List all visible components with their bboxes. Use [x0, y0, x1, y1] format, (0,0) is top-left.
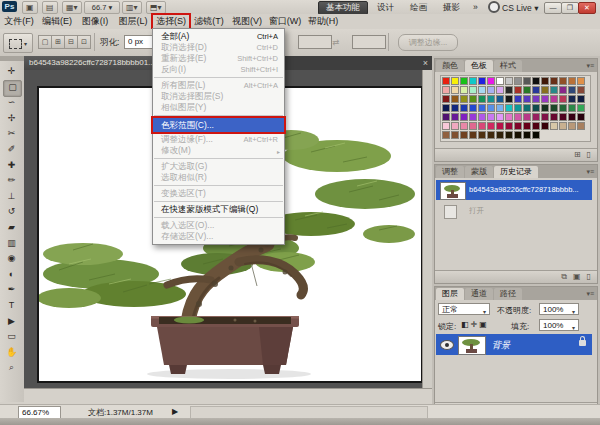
- color-swatch[interactable]: [559, 86, 567, 94]
- intersect-selection-mode-icon[interactable]: ⊡: [77, 35, 91, 49]
- select-menu-item[interactable]: 选取相似(R): [153, 172, 284, 183]
- screen-mode-icon[interactable]: ⬒▾: [146, 1, 166, 14]
- color-swatch[interactable]: [496, 95, 504, 103]
- path-selection-tool[interactable]: ▶: [3, 314, 20, 329]
- color-swatch[interactable]: [496, 131, 504, 139]
- tool-preset-picker[interactable]: ▾: [3, 33, 33, 53]
- subtract-selection-mode-icon[interactable]: ⊟: [64, 35, 78, 49]
- color-swatch[interactable]: [451, 113, 459, 121]
- color-swatch[interactable]: [460, 86, 468, 94]
- history-state-row[interactable]: 打开: [436, 201, 592, 221]
- menu-item-6[interactable]: 视图(V): [228, 14, 266, 29]
- select-menu-item[interactable]: 取消选择(D)Ctrl+D: [153, 42, 284, 53]
- select-menu-item[interactable]: 扩大选取(G): [153, 161, 284, 172]
- layers-tab-2[interactable]: 路径: [494, 288, 522, 300]
- color-swatch[interactable]: [460, 113, 468, 121]
- color-swatch[interactable]: [514, 113, 522, 121]
- color-swatch[interactable]: [496, 86, 504, 94]
- color-swatch[interactable]: [442, 122, 450, 130]
- color-swatch[interactable]: [568, 77, 576, 85]
- add-selection-mode-icon[interactable]: ⊞: [51, 35, 65, 49]
- color-swatch[interactable]: [478, 122, 486, 130]
- color-swatch[interactable]: [541, 113, 549, 121]
- color-swatch[interactable]: [460, 122, 468, 130]
- workspace-overflow-button[interactable]: »: [466, 1, 485, 13]
- color-swatch[interactable]: [469, 95, 477, 103]
- color-swatch[interactable]: [487, 77, 495, 85]
- color-swatch[interactable]: [532, 104, 540, 112]
- color-swatch[interactable]: [496, 113, 504, 121]
- workspace-button-1[interactable]: 设计: [370, 1, 401, 13]
- color-swatch[interactable]: [505, 113, 513, 121]
- color-swatch[interactable]: [550, 95, 558, 103]
- panel-menu-icon[interactable]: ▾≡: [586, 288, 596, 300]
- history-tab-1[interactable]: 蒙版: [465, 166, 493, 178]
- color-swatch[interactable]: [478, 77, 486, 85]
- color-swatch[interactable]: [550, 113, 558, 121]
- color-swatch[interactable]: [559, 77, 567, 85]
- color-swatch[interactable]: [487, 113, 495, 121]
- blur-tool[interactable]: ◉: [3, 251, 20, 266]
- color-swatch[interactable]: [514, 122, 522, 130]
- layer-visibility-eye-icon[interactable]: [440, 340, 454, 350]
- layers-tab-0[interactable]: 图层: [436, 288, 464, 300]
- select-menu-item[interactable]: 重新选择(E)Shift+Ctrl+D: [153, 53, 284, 64]
- blend-mode-select[interactable]: 正常▾: [438, 303, 490, 318]
- color-swatch[interactable]: [451, 104, 459, 112]
- opacity-control[interactable]: 100%▾: [539, 303, 579, 318]
- rectangular-marquee-tool[interactable]: ▢: [3, 80, 22, 97]
- arrange-documents-icon[interactable]: ▥▾: [122, 1, 142, 14]
- select-menu-item[interactable]: 修改(M)▸: [153, 145, 284, 156]
- color-swatch[interactable]: [487, 95, 495, 103]
- color-swatch[interactable]: [523, 104, 531, 112]
- document-close-icon[interactable]: ×: [423, 56, 428, 70]
- color-swatch[interactable]: [559, 122, 567, 130]
- menu-item-7[interactable]: 窗口(W): [266, 14, 304, 29]
- color-swatch[interactable]: [514, 104, 522, 112]
- color-swatch[interactable]: [523, 86, 531, 94]
- select-menu-item[interactable]: 相似图层(Y): [153, 102, 284, 113]
- select-menu-item[interactable]: 反向(I)Shift+Ctrl+I: [153, 64, 284, 75]
- color-swatch[interactable]: [496, 122, 504, 130]
- color-swatch[interactable]: [514, 77, 522, 85]
- new-swatch-icon[interactable]: ⊞: [574, 149, 581, 161]
- healing-brush-tool[interactable]: ✚: [3, 158, 20, 173]
- trash-icon[interactable]: ▯: [587, 271, 591, 283]
- history-tab-2[interactable]: 历史记录: [494, 166, 538, 178]
- color-swatch[interactable]: [496, 77, 504, 85]
- status-options-arrow[interactable]: ▶: [172, 407, 178, 416]
- color-swatch[interactable]: [442, 131, 450, 139]
- color-swatch[interactable]: [532, 131, 540, 139]
- color-swatch[interactable]: [523, 77, 531, 85]
- select-menu-item[interactable]: 取消选择图层(S): [153, 91, 284, 102]
- color-swatch[interactable]: [487, 131, 495, 139]
- color-swatch[interactable]: [469, 77, 477, 85]
- color-swatch[interactable]: [523, 131, 531, 139]
- swatches-tab-2[interactable]: 样式: [494, 60, 522, 72]
- color-swatch[interactable]: [478, 131, 486, 139]
- color-swatch[interactable]: [532, 113, 540, 121]
- color-swatch[interactable]: [505, 122, 513, 130]
- history-brush-tool[interactable]: ↺: [3, 204, 20, 219]
- color-swatch[interactable]: [442, 104, 450, 112]
- color-swatch[interactable]: [469, 104, 477, 112]
- eraser-tool[interactable]: ▰: [3, 220, 20, 235]
- color-swatch[interactable]: [532, 95, 540, 103]
- pen-tool[interactable]: ✒: [3, 282, 20, 297]
- mini-bridge-icon[interactable]: ▤: [42, 1, 58, 14]
- color-swatch[interactable]: [550, 122, 558, 130]
- color-swatch[interactable]: [514, 131, 522, 139]
- type-tool[interactable]: T: [3, 298, 20, 313]
- color-swatch[interactable]: [577, 104, 585, 112]
- gradient-tool[interactable]: ▥: [3, 236, 20, 251]
- zoom-level-control[interactable]: 66.7 ▾: [84, 1, 120, 14]
- color-swatch[interactable]: [460, 131, 468, 139]
- view-extras-icon[interactable]: ▦▾: [62, 1, 82, 14]
- select-menu-item[interactable]: 全部(A)Ctrl+A: [153, 31, 284, 42]
- color-swatch[interactable]: [487, 86, 495, 94]
- lock-icons[interactable]: ◧✛▣: [461, 320, 489, 329]
- color-swatch[interactable]: [460, 95, 468, 103]
- color-swatch[interactable]: [577, 122, 585, 130]
- color-swatch[interactable]: [487, 104, 495, 112]
- minimize-button[interactable]: —: [544, 2, 562, 14]
